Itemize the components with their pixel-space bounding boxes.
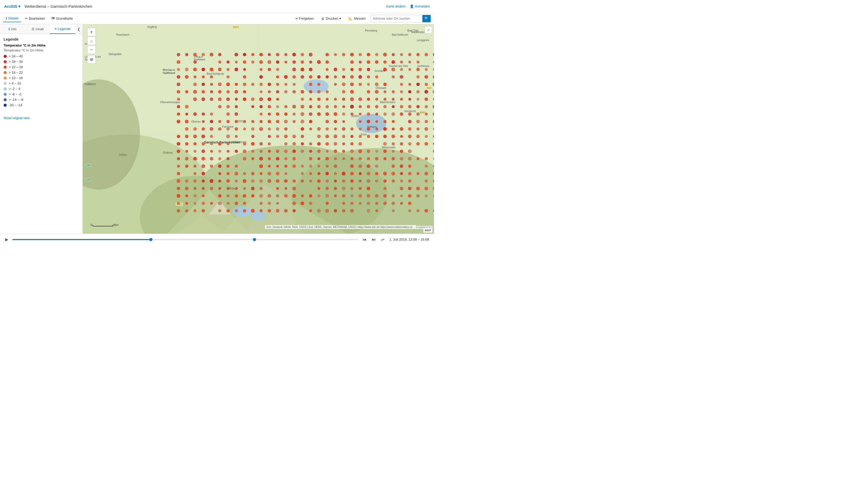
timeline-label: 1. Juli 2019, 13:08 – 16:08 <box>389 238 430 241</box>
svg-point-8 <box>304 79 329 93</box>
legend-label: > 4 – 10 <box>9 82 21 85</box>
tab-legende[interactable]: ≡ Legende <box>50 24 75 34</box>
sidebar: ℹ Info ☰ Inhalt ≡ Legende ❮ Legende Temp… <box>0 24 83 234</box>
map-controls: + ⌂ − ⊕ <box>87 28 96 64</box>
grundkarte-tab[interactable]: 🗺 Grundkarte <box>49 15 75 22</box>
karte-aendern-button[interactable]: Karte ändern <box>386 4 406 8</box>
timeline-end-thumb[interactable] <box>253 238 256 241</box>
legend-item: > 28 – 34 <box>4 60 79 64</box>
legend-dot <box>4 60 7 63</box>
svg-point-9 <box>356 114 386 133</box>
legend-items: > 34 – 40> 28 – 34> 22 – 28> 16 – 22> 10… <box>4 54 79 107</box>
tab-info-label: Info <box>11 27 17 31</box>
messen-button[interactable]: 📐 Messen <box>346 15 368 22</box>
fullscreen-button[interactable]: ⤢ <box>425 26 432 34</box>
timeline-progress <box>12 239 151 240</box>
measure-icon: 📐 <box>348 17 352 21</box>
freigeben-label: Freigeben <box>299 17 314 21</box>
tab-info[interactable]: ℹ Info <box>0 24 25 34</box>
tab-inhalt[interactable]: ☰ Inhalt <box>25 24 50 34</box>
legend-title: Temperatur °C in 2m Höhe <box>4 43 79 47</box>
timeline-settings-button[interactable]: ⇌ <box>380 236 385 243</box>
bearbeiten-label: Bearbeiten <box>29 17 45 21</box>
svg-point-10 <box>232 206 252 217</box>
tab-inhalt-label: Inhalt <box>36 27 44 31</box>
legend-subtitle: Temperatur °C in 2m Höhe <box>4 48 79 52</box>
main-area: ℹ Info ☰ Inhalt ≡ Legende ❮ Legende Temp… <box>0 24 434 234</box>
next-frame-button[interactable]: ⏭ <box>371 236 377 243</box>
legend-label: -20 – -14 <box>9 103 22 107</box>
sidebar-collapse-button[interactable]: ❮ <box>75 24 83 34</box>
legend-dot <box>4 104 7 107</box>
nav-right: Karte ändern 👤Anmelden <box>386 4 430 8</box>
top-navigation: ArcGIS ▾ Wetterdienst – Garmisch-Partenk… <box>0 0 434 13</box>
legend-dot <box>4 76 7 80</box>
details-label: Details <box>8 16 19 20</box>
bearbeiten-tab[interactable]: ✏ Bearbeiten <box>22 15 48 22</box>
anmelden-button[interactable]: 👤Anmelden <box>410 4 430 8</box>
legend-item: -20 – -14 <box>4 103 79 107</box>
legend-label: > -2 – 4 <box>9 87 20 91</box>
zoom-out-button[interactable]: − <box>87 45 96 54</box>
legend-icon: ≡ <box>55 27 57 31</box>
drucken-dropdown-icon: ▾ <box>339 17 341 21</box>
toolbar: ℹ Details ✏ Bearbeiten 🗺 Grundkarte ⇥ Fr… <box>0 13 434 24</box>
sidebar-content: Legende Temperatur °C in 2m Höhe Tempera… <box>0 34 83 234</box>
arcgis-logo[interactable]: ArcGIS ▾ <box>4 4 21 9</box>
toolbar-actions: ⇥ Freigeben 🖨 Drucken ▾ 📐 Messen 🔍 <box>292 15 431 23</box>
legend-label: > 22 – 28 <box>9 65 23 69</box>
reset-view-button[interactable]: Reset original view <box>4 115 30 121</box>
details-icon: ℹ <box>6 16 7 20</box>
legend-item: > -2 – 4 <box>4 87 79 91</box>
print-icon: 🖨 <box>321 17 324 21</box>
prev-frame-button[interactable]: ⏮ <box>362 236 368 243</box>
attribution: Esri, Geoland, NASA, NGA, USGS | Esri, H… <box>265 225 416 229</box>
search-input[interactable] <box>371 17 423 21</box>
powered-by-esri: POWERED BY <box>415 226 432 229</box>
scale-label: 6km <box>114 223 119 226</box>
attribution-text: Esri, Geoland, NASA, NGA, USGS | Esri, H… <box>267 225 414 228</box>
legend-dot <box>4 98 7 101</box>
legend-label: > 28 – 34 <box>9 60 23 64</box>
scale-start: 0 <box>90 223 92 226</box>
legend-dot <box>4 87 7 90</box>
legend-section: Temperatur °C in 2m Höhe Temperatur °C i… <box>4 43 79 107</box>
zoom-in-button[interactable]: + <box>87 28 96 36</box>
arcgis-dropdown-icon: ▾ <box>18 4 21 9</box>
legend-item: > 22 – 28 <box>4 65 79 69</box>
legend-dot <box>4 93 7 96</box>
sidebar-tabs: ℹ Info ☰ Inhalt ≡ Legende ❮ <box>0 24 83 34</box>
legend-item: > -14 – -8 <box>4 98 79 101</box>
timeline-track[interactable] <box>12 239 358 240</box>
freigeben-button[interactable]: ⇥ Freigeben <box>292 15 317 22</box>
share-icon: ⇥ <box>295 17 298 21</box>
legend-item: > 34 – 40 <box>4 54 79 58</box>
drucken-label: Drucken <box>326 17 338 21</box>
anmelden-label: Anmelden <box>414 4 430 8</box>
legend-dot <box>4 66 7 69</box>
toolbar-separator <box>78 16 78 22</box>
search-button[interactable]: 🔍 <box>423 15 431 23</box>
home-button[interactable]: ⌂ <box>87 37 96 45</box>
drucken-button[interactable]: 🖨 Drucken ▾ <box>318 15 344 22</box>
legend-item: > 4 – 10 <box>4 82 79 85</box>
legend-label: > -14 – -8 <box>9 98 23 101</box>
details-tab[interactable]: ℹ Details <box>3 15 21 22</box>
legend-dot <box>4 71 7 74</box>
legend-item: > 10 – 16 <box>4 76 79 80</box>
legend-label: > 34 – 40 <box>9 54 23 58</box>
legend-label: > 16 – 22 <box>9 70 23 74</box>
search-box: 🔍 <box>370 15 431 23</box>
grundkarte-label: Grundkarte <box>56 17 73 21</box>
info-icon: ℹ <box>8 27 10 31</box>
list-icon: ☰ <box>32 27 35 31</box>
legend-header: Legende <box>4 37 79 41</box>
map-container[interactable]: Bad Tölz Bad Heilbrunn Penzberg Wackersb… <box>83 24 434 234</box>
gps-button[interactable]: ⊕ <box>87 55 96 64</box>
app-title: Wetterdienst – Garmisch-Partenkirchen <box>25 4 382 8</box>
timeline: ▶ ⏮ ⏭ ⇌ 1. Juli 2019, 13:08 – 16:08 <box>0 234 434 245</box>
tab-legende-label: Legende <box>58 27 71 31</box>
timeline-start-thumb[interactable] <box>149 238 152 241</box>
play-button[interactable]: ▶ <box>4 236 9 243</box>
legend-label: > 10 – 16 <box>9 76 23 80</box>
